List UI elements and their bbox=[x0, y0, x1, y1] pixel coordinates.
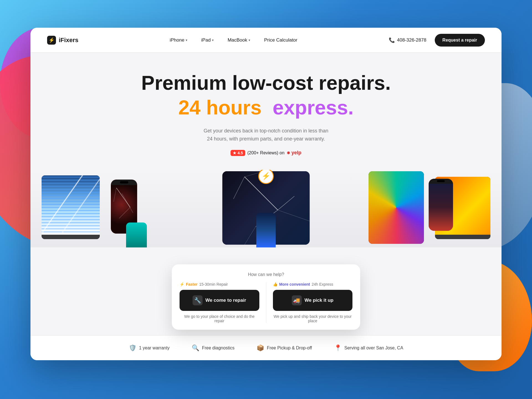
feature-warranty: 🛡️ 1 year warranty bbox=[129, 344, 170, 352]
feature-pickup: 📦 Free Pickup & Drop-off bbox=[257, 344, 312, 352]
navbar: ⚡ iFixers iPhone ▾ iPad ▾ MacBook ▾ Pric… bbox=[30, 28, 502, 53]
screen-damaged bbox=[42, 175, 100, 235]
logo: ⚡ iFixers bbox=[47, 36, 78, 45]
nav-right: 📞 408-326-2878 Request a repair bbox=[389, 34, 485, 47]
iphone-small-screen bbox=[256, 213, 276, 247]
device-macbook-left-damaged bbox=[42, 175, 100, 239]
truck-icon: 🚚 bbox=[292, 295, 302, 305]
come-to-repair-button[interactable]: 🔧 We come to repair bbox=[180, 290, 259, 311]
hero-description: Get your devices back in top-notch condi… bbox=[47, 127, 485, 143]
yelp-logo: ❋ yelp bbox=[287, 150, 301, 156]
search-icon: 🔍 bbox=[192, 344, 199, 352]
yelp-star-icon: ❋ bbox=[287, 151, 290, 155]
iphone-notch bbox=[111, 180, 137, 185]
help-option-come-repair: ⚡ Faster 15-30min Repair 🔧 We come to re… bbox=[180, 282, 259, 323]
device-iphone-right-good bbox=[429, 179, 453, 231]
macbook-base bbox=[42, 235, 100, 239]
help-option-pick-up: 👍 More convenient 24h Express 🚚 We pick … bbox=[273, 282, 353, 323]
shield-icon: 🛡️ bbox=[129, 344, 136, 352]
options-divider bbox=[266, 282, 266, 323]
svg-line-3 bbox=[114, 188, 116, 202]
star-icon: ★ bbox=[233, 151, 236, 155]
request-repair-button[interactable]: Request a repair bbox=[435, 34, 485, 47]
device-iphone-center-small bbox=[256, 213, 276, 247]
svg-line-6 bbox=[234, 177, 245, 199]
macbook-right-base bbox=[435, 235, 490, 239]
nav-macbook[interactable]: MacBook ▾ bbox=[227, 37, 250, 43]
feature-location: 📍 Serving all over San Jose, CA bbox=[334, 344, 403, 352]
help-badge-faster: ⚡ Faster 15-30min Repair bbox=[180, 282, 259, 287]
hero-subtitle-orange: 24 hours bbox=[178, 96, 273, 119]
pick-it-up-button[interactable]: 🚚 We pick it up bbox=[273, 290, 353, 311]
wrench-icon: 🔧 bbox=[193, 295, 203, 305]
phone-icon: 📞 bbox=[389, 37, 395, 43]
svg-line-8 bbox=[245, 227, 256, 245]
device-ipad-right-good bbox=[369, 171, 424, 244]
svg-line-1 bbox=[119, 207, 130, 218]
main-card: ⚡ iFixers iPhone ▾ iPad ▾ MacBook ▾ Pric… bbox=[30, 28, 502, 360]
nav-iphone[interactable]: iPhone ▾ bbox=[170, 37, 187, 43]
crack-overlay bbox=[42, 175, 100, 235]
chevron-down-icon: ▾ bbox=[186, 38, 187, 42]
logo-text: iFixers bbox=[59, 37, 78, 44]
svg-line-7 bbox=[278, 196, 295, 210]
features-bar: 🛡️ 1 year warranty 🔍 Free diagnostics 📦 … bbox=[30, 335, 502, 360]
help-options: ⚡ Faster 15-30min Repair 🔧 We come to re… bbox=[180, 282, 352, 323]
pick-up-description: We pick up and ship back your device to … bbox=[273, 314, 353, 323]
ipad-right-screen bbox=[369, 171, 424, 244]
feature-diagnostics: 🔍 Free diagnostics bbox=[192, 344, 234, 352]
bolt-icon-small: ⚡ bbox=[180, 282, 184, 287]
rating-row: ★ 4.5 (200+ Reviews) on ❋ yelp bbox=[47, 150, 485, 156]
phone-number[interactable]: 📞 408-326-2878 bbox=[389, 37, 426, 43]
nav-links: iPhone ▾ iPad ▾ MacBook ▾ Price Calculat… bbox=[170, 37, 297, 43]
hero-subtitle-purple: express. bbox=[273, 96, 354, 119]
device-iphone-teal bbox=[126, 222, 147, 247]
rating-badge: ★ 4.5 bbox=[231, 150, 245, 156]
hero-section: Premium low-cost repairs. 24 hours expre… bbox=[30, 53, 502, 167]
come-repair-description: We go to your place of choice and do the… bbox=[180, 314, 259, 323]
logo-icon: ⚡ bbox=[47, 36, 56, 45]
chevron-down-icon: ▾ bbox=[212, 38, 214, 42]
location-icon: 📍 bbox=[334, 344, 342, 352]
devices-showcase: ⚡ bbox=[30, 170, 502, 247]
box-icon: 📦 bbox=[257, 344, 264, 352]
nav-price-calculator[interactable]: Price Calculator bbox=[264, 37, 297, 43]
svg-line-10 bbox=[278, 210, 310, 221]
help-card: How can we help? ⚡ Faster 15-30min Repai… bbox=[172, 264, 360, 330]
chevron-down-icon: ▾ bbox=[249, 38, 250, 42]
help-card-title: How can we help? bbox=[180, 272, 352, 277]
thumbsup-icon: 👍 bbox=[273, 282, 278, 287]
iphone-right-notch bbox=[429, 179, 453, 184]
hero-title: Premium low-cost repairs. bbox=[47, 72, 485, 94]
iphone-right-screen bbox=[429, 184, 453, 231]
nav-ipad[interactable]: iPad ▾ bbox=[201, 37, 214, 43]
hero-subtitle: 24 hours express. bbox=[47, 97, 485, 119]
bolt-icon: ⚡ bbox=[48, 37, 55, 43]
help-badge-convenient: 👍 More convenient 24h Express bbox=[273, 282, 353, 287]
